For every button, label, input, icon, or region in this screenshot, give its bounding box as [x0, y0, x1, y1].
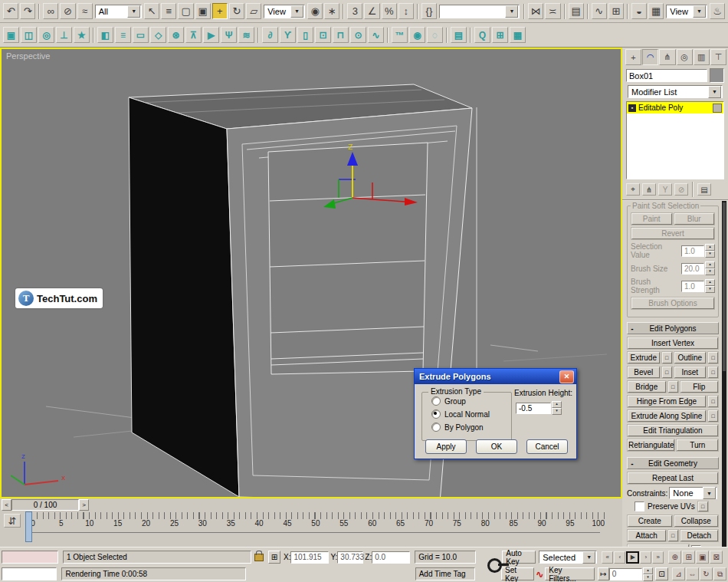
spinner-down-icon[interactable]: ▾ [552, 408, 562, 415]
preserve-uvs-settings-icon[interactable]: □ [698, 501, 708, 511]
dropdown-arrow-icon[interactable]: ▼ [290, 5, 303, 18]
outline-button[interactable]: Outline [674, 352, 707, 363]
z-coordinate-field[interactable]: 0.0 [372, 551, 410, 564]
select-object-icon[interactable]: ↖ [144, 3, 159, 19]
selection-value-field[interactable]: 1.0 [681, 245, 704, 257]
tab-create[interactable]: + [625, 49, 641, 65]
extrusion-height-field[interactable]: -0.5 [516, 403, 551, 414]
retriangulate-button[interactable]: Retriangulate [628, 439, 674, 451]
inset-button[interactable]: Inset [674, 367, 707, 378]
default-tangent-curve-icon[interactable]: ∿ [536, 569, 543, 580]
dart-icon[interactable]: ▶ [203, 27, 219, 43]
outline-settings-icon[interactable]: □ [708, 352, 718, 363]
selection-filter-dropdown[interactable]: All▼ [95, 5, 142, 18]
auto-key-button[interactable]: Auto Key [502, 551, 536, 564]
window-panel-icon[interactable]: ▤ [451, 27, 467, 43]
dice-icon[interactable]: ⊡ [315, 27, 331, 43]
ghost-disc-icon[interactable]: ◌ [427, 27, 443, 43]
extrude-settings-icon[interactable]: □ [662, 352, 672, 363]
redo-icon[interactable]: ↷ [20, 3, 35, 19]
field-of-view-icon[interactable]: ⊿ [672, 567, 685, 580]
bevel-settings-icon[interactable]: □ [662, 367, 672, 378]
layers-stack-icon[interactable]: ≡ [115, 27, 131, 43]
scene-magnifier-icon[interactable]: Q [474, 27, 490, 43]
fan-icon[interactable]: Ψ [221, 27, 237, 43]
constraints-dropdown[interactable]: None▼ [669, 487, 717, 499]
select-and-move-icon[interactable]: + [212, 3, 228, 19]
render-setup-icon[interactable]: ▦ [648, 3, 664, 19]
make-unique-icon[interactable]: Y [658, 183, 672, 196]
star-icon[interactable]: ★ [74, 27, 90, 43]
stack-pin-icon[interactable] [713, 104, 722, 113]
spinner-up-icon[interactable]: ▴ [705, 279, 715, 286]
zoom-extents-icon[interactable]: ▣ [696, 551, 709, 564]
close-icon[interactable]: ✕ [559, 370, 574, 383]
edit-polygons-rollout-header[interactable]: - Edit Polygons [627, 322, 719, 334]
extrude-button[interactable]: Extrude [628, 352, 660, 363]
cubes-stack-icon[interactable]: ▣ [3, 27, 19, 43]
hinge-from-edge-button[interactable]: Hinge From Edge [628, 396, 706, 407]
track-bar[interactable]: ⇵ 05101520253035404550556065707580859095… [0, 511, 622, 547]
tab-utilities[interactable]: ⊤ [710, 49, 726, 65]
collapse-button[interactable]: Collapse [674, 515, 719, 527]
min-max-toggle-icon[interactable]: ⧉ [713, 567, 726, 580]
dialog-titlebar[interactable]: Extrude Polygons ✕ [415, 369, 576, 384]
go-to-start-icon[interactable]: « [602, 551, 613, 564]
anchor-icon[interactable]: ⊥ [56, 27, 72, 43]
dropdown-arrow-icon[interactable]: ▼ [708, 86, 721, 98]
next-frame-icon[interactable]: › [640, 551, 651, 564]
stack-item-editable-poly[interactable]: ▪ Editable Poly [627, 102, 723, 113]
edit-geometry-rollout-header[interactable]: - Edit Geometry [627, 457, 719, 469]
radio-group-icon[interactable] [431, 396, 441, 406]
insert-vertex-button[interactable]: Insert Vertex [628, 337, 718, 349]
current-frame-marker[interactable] [25, 511, 32, 542]
spinner-up-icon[interactable]: ▴ [552, 401, 562, 408]
dropdown-arrow-icon[interactable]: ▼ [693, 5, 706, 18]
configure-modifier-sets-icon[interactable]: ▤ [697, 183, 711, 196]
tab-motion[interactable]: ◎ [677, 49, 693, 65]
key-mode-toggle-icon[interactable]: ↦ [598, 567, 609, 580]
go-to-end-icon[interactable]: » [652, 551, 664, 564]
spinner-down-icon[interactable]: ▾ [705, 251, 715, 258]
object-name-field[interactable]: Box01 [626, 69, 707, 82]
snaps-toggle-icon[interactable]: 3 [347, 3, 362, 19]
extrude-along-spline-settings-icon[interactable]: □ [708, 410, 718, 422]
bridge-button[interactable]: Bridge [628, 381, 666, 393]
layer-manager-icon[interactable]: ▤ [569, 3, 584, 19]
repeat-last-button[interactable]: Repeat Last [628, 472, 718, 484]
play-animation-icon[interactable]: ▶ [626, 551, 639, 564]
set-key-lock-icon[interactable] [483, 551, 506, 579]
select-and-rotate-icon[interactable]: ↻ [229, 3, 244, 19]
spinner-arrows[interactable]: ▴▾ [552, 401, 562, 415]
flip-button[interactable]: Flip [680, 381, 719, 393]
inset-settings-icon[interactable]: □ [708, 367, 718, 378]
maxscript-mini-listener-pink[interactable] [2, 551, 58, 564]
spinner-up-icon[interactable]: ▴ [705, 261, 715, 268]
y-coordinate-field[interactable]: 30.733 [337, 551, 363, 564]
add-time-tag[interactable]: Add Time Tag [415, 567, 475, 580]
brush-strength-field[interactable]: 1.0 [681, 281, 704, 292]
brush-size-field[interactable]: 20.0 [681, 263, 704, 275]
capsule-icon[interactable]: ▭ [133, 27, 149, 43]
key-selection-dropdown[interactable]: Selected▼ [539, 551, 597, 564]
use-pivot-point-center-icon[interactable]: ◉ [307, 3, 323, 19]
open-mini-curve-editor-icon[interactable]: ⇵ [4, 514, 21, 528]
key-filters-button[interactable]: Key Filters... [545, 567, 595, 580]
modifier-list-dropdown[interactable]: Modifier List▼ [628, 85, 723, 98]
attach-settings-icon[interactable]: □ [668, 530, 678, 541]
preserve-uvs-checkbox[interactable] [635, 501, 644, 511]
zoom-all-icon[interactable]: ⊞ [682, 551, 695, 564]
edit-triangulation-button[interactable]: Edit Triangulation [628, 425, 718, 436]
turn-button[interactable]: Turn [677, 439, 718, 451]
spinner-down-icon[interactable]: ▾ [643, 574, 653, 581]
clamp-icon[interactable]: ⊓ [333, 27, 349, 43]
mirror-icon[interactable]: ⋈ [528, 3, 543, 19]
render-window-icon[interactable]: ⊞ [492, 27, 508, 43]
material-editor-icon[interactable]: ◒ [631, 3, 647, 19]
hinge-settings-icon[interactable]: □ [708, 396, 718, 407]
apply-button[interactable]: Apply [425, 439, 467, 454]
checker-box-icon[interactable]: ◧ [97, 27, 113, 43]
radio-by-polygon-icon[interactable] [431, 423, 441, 432]
align-icon[interactable]: ≍ [545, 3, 560, 19]
wheel-icon[interactable]: ⊙ [350, 27, 366, 43]
